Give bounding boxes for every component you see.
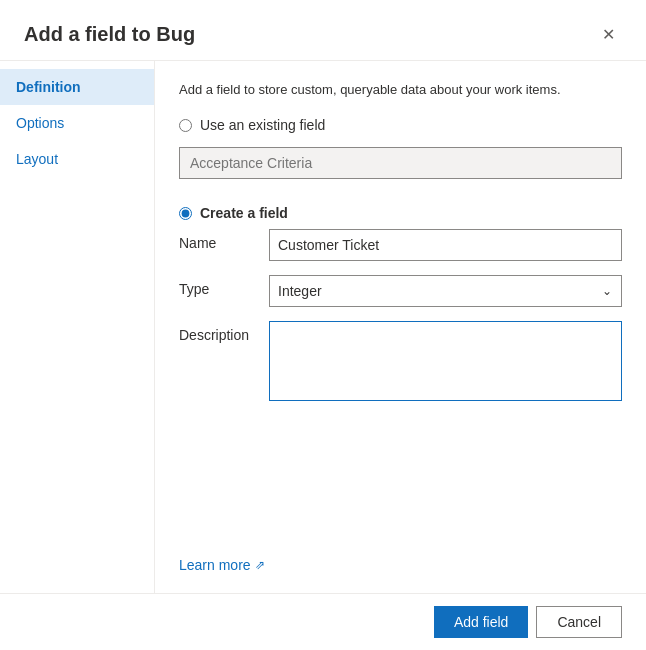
dialog-header: Add a field to Bug ✕ [0,0,646,60]
name-input[interactable] [269,229,622,261]
type-select[interactable]: Integer String Boolean DateTime Double P… [269,275,622,307]
cancel-button[interactable]: Cancel [536,606,622,638]
description-row: Description [179,321,622,401]
name-label: Name [179,229,269,251]
use-existing-section: Use an existing field [179,117,622,185]
dialog-footer: Add field Cancel [0,593,646,650]
sidebar-item-options[interactable]: Options [0,105,154,141]
create-field-radio-row: Create a field [179,205,622,221]
content-description: Add a field to store custom, queryable d… [179,81,622,99]
description-textarea[interactable] [269,321,622,401]
external-link-icon: ⇗ [255,558,265,572]
use-existing-radio[interactable] [179,119,192,132]
add-field-button[interactable]: Add field [434,606,528,638]
close-button[interactable]: ✕ [594,20,622,48]
learn-more-link[interactable]: Learn more ⇗ [179,557,265,573]
sidebar-item-layout[interactable]: Layout [0,141,154,177]
existing-field-input[interactable] [179,147,622,179]
use-existing-radio-row: Use an existing field [179,117,622,133]
name-row: Name [179,229,622,261]
create-field-label[interactable]: Create a field [200,205,288,221]
sidebar-item-definition[interactable]: Definition [0,69,154,105]
add-field-dialog: Add a field to Bug ✕ Definition Options … [0,0,646,650]
dialog-title: Add a field to Bug [24,23,195,46]
type-select-wrapper: Integer String Boolean DateTime Double P… [269,275,622,307]
create-field-section: Create a field Name Type Integer String … [179,205,622,415]
learn-more-section: Learn more ⇗ [179,537,622,573]
main-content: Add a field to store custom, queryable d… [155,61,646,593]
description-label: Description [179,321,269,343]
dialog-body: Definition Options Layout Add a field to… [0,60,646,593]
learn-more-label: Learn more [179,557,251,573]
create-field-radio[interactable] [179,207,192,220]
sidebar: Definition Options Layout [0,61,155,593]
close-icon: ✕ [602,25,615,44]
type-row: Type Integer String Boolean DateTime Dou… [179,275,622,307]
type-label: Type [179,275,269,297]
use-existing-label[interactable]: Use an existing field [200,117,325,133]
